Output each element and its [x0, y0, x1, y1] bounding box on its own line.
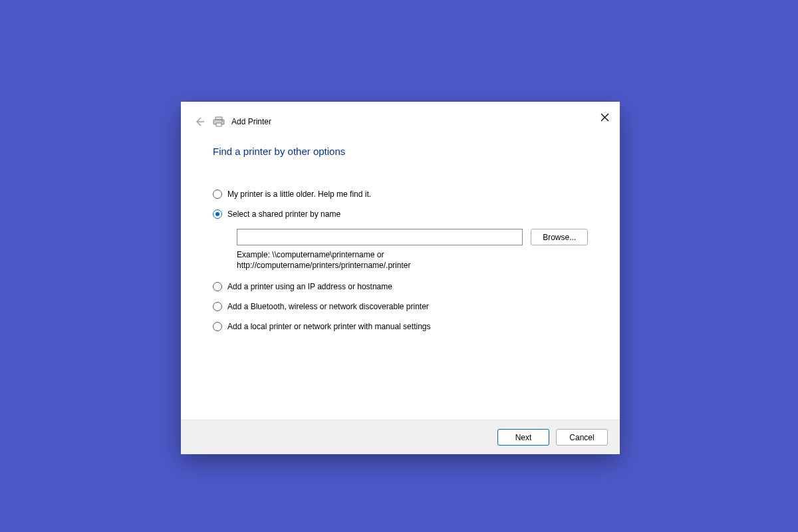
dialog-header: Add Printer — [181, 102, 620, 142]
option-label: My printer is a little older. Help me fi… — [227, 189, 371, 200]
svg-point-6 — [221, 120, 223, 122]
cancel-button[interactable]: Cancel — [556, 429, 608, 446]
radio-bluetooth-wireless[interactable] — [213, 302, 222, 311]
option-label: Add a Bluetooth, wireless or network dis… — [227, 301, 429, 312]
dialog-title: Add Printer — [231, 117, 271, 126]
example-line-2: http://computername/printers/printername… — [237, 261, 410, 270]
printer-icon — [213, 116, 225, 127]
shared-printer-subarea: Browse... Example: \\computername\printe… — [237, 229, 588, 271]
option-shared-by-name[interactable]: Select a shared printer by name — [213, 209, 588, 219]
option-local-manual[interactable]: Add a local printer or network printer w… — [213, 321, 588, 332]
option-bluetooth-wireless[interactable]: Add a Bluetooth, wireless or network dis… — [213, 301, 588, 312]
option-label: Add a local printer or network printer w… — [227, 321, 430, 332]
radio-older-printer[interactable] — [213, 190, 222, 199]
close-button[interactable] — [595, 107, 614, 127]
dialog-content: Find a printer by other options My print… — [181, 142, 620, 420]
option-ip-hostname[interactable]: Add a printer using an IP address or hos… — [213, 281, 588, 292]
option-older-printer[interactable]: My printer is a little older. Help me fi… — [213, 189, 588, 200]
back-arrow-icon — [194, 116, 205, 127]
svg-rect-3 — [215, 117, 222, 120]
example-text: Example: \\computername\printername or h… — [237, 249, 516, 271]
svg-rect-5 — [216, 123, 221, 126]
example-line-1: Example: \\computername\printername or — [237, 250, 384, 259]
dialog-footer: Next Cancel — [181, 420, 620, 454]
option-label: Select a shared printer by name — [227, 209, 340, 219]
radio-shared-by-name[interactable] — [213, 209, 222, 219]
option-label: Add a printer using an IP address or hos… — [227, 281, 392, 292]
back-button[interactable] — [193, 115, 206, 128]
close-icon — [600, 113, 609, 122]
add-printer-dialog: Add Printer Find a printer by other opti… — [181, 102, 620, 454]
next-button[interactable]: Next — [497, 429, 549, 446]
page-heading: Find a printer by other options — [213, 146, 588, 157]
radio-local-manual[interactable] — [213, 322, 222, 331]
radio-ip-hostname[interactable] — [213, 282, 222, 291]
browse-button[interactable]: Browse... — [531, 229, 588, 245]
shared-printer-name-input[interactable] — [237, 229, 523, 245]
